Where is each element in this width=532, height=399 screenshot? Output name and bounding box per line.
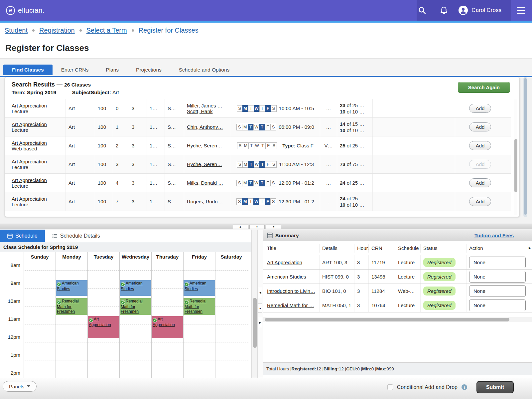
summary-course-link[interactable]: Remedial Math for … — [267, 302, 314, 308]
action-select[interactable]: None — [469, 271, 526, 283]
tuition-fees-link[interactable]: Tuition and Fees — [474, 233, 514, 238]
course-title-link[interactable]: Art Appreciation — [12, 159, 63, 164]
header-expand-arrow[interactable]: ▶ — [529, 246, 531, 250]
course-title-link[interactable]: Art Appreciation — [12, 103, 63, 108]
top-nav: e ellucian. Carol Cross — [0, 0, 532, 21]
meeting-time: 06:00 PM - 09:0 — [279, 124, 314, 130]
breadcrumb-select-term[interactable]: Select a Term — [86, 27, 127, 34]
tab-schedule-details[interactable]: Schedule Details — [45, 230, 107, 242]
summary-course-link[interactable]: American Studies — [267, 274, 306, 280]
calendar-hour-row: 12pm — [0, 333, 252, 351]
registered-check-icon: ✓ — [57, 282, 61, 287]
instructor-link[interactable]: Rogers, Rodn… — [187, 199, 228, 204]
day-pill: T — [248, 124, 254, 130]
course-title-link[interactable]: Art Appreciation — [12, 121, 63, 127]
term-value: Spring 2019 — [27, 90, 56, 95]
screen: e ellucian. Carol Cross Student Registra… — [0, 0, 532, 399]
course-title-link[interactable]: Art Appreciation — [12, 140, 63, 146]
calendar-event-art-appreciation[interactable]: ✓Art Appreciation — [152, 316, 183, 338]
search-icon[interactable] — [411, 0, 433, 21]
summary-row: Remedial Math for … MATH 050, 1 3 10764 … — [263, 298, 532, 312]
seats-info: 14 of 15 …10 of 10 … — [337, 118, 373, 136]
summary-row: Art Appreciation ART 100, 3 3 11719 Lect… — [263, 255, 532, 270]
summary-scrollbar-thumb[interactable] — [265, 318, 509, 321]
day-pill: T — [259, 180, 265, 186]
notifications-bell-icon[interactable] — [433, 0, 455, 21]
schedule-scrollbar[interactable] — [251, 230, 258, 378]
breadcrumb-separator — [79, 29, 82, 32]
results-scrollbar[interactable] — [514, 99, 517, 215]
course-title-link[interactable]: Art Appreciation — [12, 196, 63, 202]
meeting-time: 12:00 PM - 01:2 — [279, 180, 314, 186]
splitter-expand-left-button[interactable]: ◀ — [258, 288, 262, 297]
page-scrollbar[interactable] — [523, 77, 527, 217]
instructor-link[interactable]: Miller, James … — [187, 103, 228, 108]
action-select[interactable]: None — [469, 299, 526, 311]
add-button[interactable]: Add — [469, 141, 491, 150]
schedule-scrollbar-thumb[interactable] — [253, 298, 257, 348]
info-icon[interactable]: i — [462, 384, 467, 390]
schedule-heading: Class Schedule for Spring 2019 — [0, 242, 252, 252]
tab-schedule-options[interactable]: Schedule and Options — [170, 65, 238, 75]
breadcrumb-student[interactable]: Student — [5, 27, 28, 34]
summary-course-link[interactable]: Introduction to Livin… — [267, 288, 315, 294]
submit-button[interactable]: Submit — [476, 381, 514, 393]
calendar-event-remedial-math[interactable]: ✓Remedial Math for Freshmen — [120, 298, 151, 315]
summary-title: Summary — [275, 233, 299, 239]
tab-schedule[interactable]: Schedule — [0, 230, 45, 242]
search-results-title: Search Results — 26 Classes — [12, 81, 91, 88]
add-button[interactable]: Add — [469, 178, 491, 187]
add-button[interactable]: Add — [469, 160, 491, 169]
calendar-event-american-studies[interactable]: ✓American Studies — [184, 280, 215, 296]
splitter-reset-button[interactable]: ● — [258, 303, 262, 313]
menu-hamburger-icon[interactable] — [510, 0, 532, 21]
calendar-event-american-studies[interactable]: ✓American Studies — [120, 280, 151, 296]
splitter-expand-up-button[interactable]: ▲ — [233, 225, 248, 229]
registered-check-icon: ✓ — [153, 318, 157, 322]
instructor-link[interactable]: Hyche, Seren… — [187, 143, 228, 148]
tab-plans[interactable]: Plans — [97, 65, 127, 75]
action-select[interactable]: None — [469, 285, 526, 297]
add-button[interactable]: Add — [469, 197, 491, 206]
table-row: Art AppreciationLecture Art 100 7 3 1… S… — [5, 192, 511, 211]
calendar-event-american-studies[interactable]: ✓American Studies — [56, 280, 87, 296]
seats-info: 24 of 25 …10 of 10 … — [337, 192, 373, 211]
time-label: 1pm — [0, 351, 24, 369]
tab-enter-crns[interactable]: Enter CRNs — [53, 65, 97, 75]
instructor-link[interactable]: Hyche, Seren… — [187, 161, 228, 167]
day-header: Monday — [56, 252, 87, 261]
splitter-expand-right-button[interactable]: ▶ — [258, 318, 262, 327]
summary-course-link[interactable]: Art Appreciation — [267, 260, 302, 265]
panel-splitter-horizontal[interactable]: ▲ ● ▼ — [0, 224, 532, 229]
add-button[interactable]: Add — [469, 104, 491, 113]
time-label: 9am — [0, 279, 24, 297]
calendar-event-art-appreciation[interactable]: ✓Art Appreciation — [88, 316, 119, 338]
instructor-link[interactable]: Scott, Hank — [187, 108, 228, 114]
action-select[interactable]: None — [469, 257, 526, 268]
calendar-event-remedial-math[interactable]: ✓Remedial Math for Freshmen — [56, 298, 87, 315]
day-pill: T — [248, 180, 254, 186]
panels-button[interactable]: Panels — [3, 381, 37, 392]
search-again-button[interactable]: Search Again — [458, 82, 510, 93]
add-button[interactable]: Add — [469, 122, 491, 131]
instructor-link[interactable]: Chin, Anthony… — [187, 124, 228, 130]
breadcrumb-registration[interactable]: Registration — [39, 27, 75, 34]
page-scrollbar-thumb[interactable] — [524, 78, 527, 215]
splitter-expand-down-button[interactable]: ▼ — [266, 225, 281, 229]
tab-find-classes[interactable]: Find Classes — [3, 65, 53, 75]
user-menu[interactable]: Carol Cross — [455, 0, 510, 21]
results-scrollbar-thumb[interactable] — [514, 139, 517, 192]
brand[interactable]: e ellucian. — [6, 0, 45, 21]
user-name: Carol Cross — [471, 7, 501, 14]
calendar-event-remedial-math[interactable]: ✓Remedial Math for Freshmen — [184, 298, 215, 315]
summary-horizontal-scrollbar[interactable] — [263, 317, 532, 322]
panel-splitter-vertical[interactable]: ◀ ● ▶ — [258, 230, 263, 378]
registered-check-icon: ✓ — [89, 318, 93, 322]
instructor-link[interactable]: Milks, Donald … — [187, 180, 228, 186]
nav-icons: Carol Cross — [411, 0, 532, 21]
splitter-reset-button[interactable]: ● — [249, 225, 265, 229]
conditional-add-drop-checkbox[interactable] — [387, 384, 393, 390]
tab-projections[interactable]: Projections — [127, 65, 170, 75]
schedule-tabs: Schedule Schedule Details — [0, 230, 252, 242]
course-title-link[interactable]: Art Appreciation — [12, 177, 63, 183]
